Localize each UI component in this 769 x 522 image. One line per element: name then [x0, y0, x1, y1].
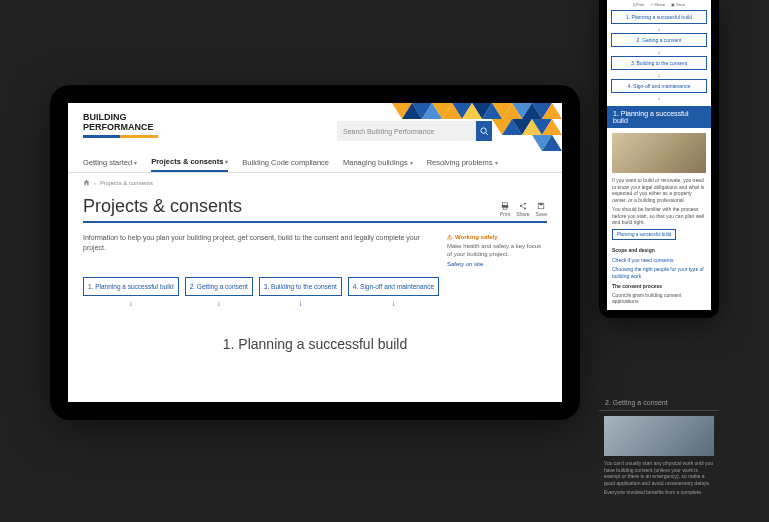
step-3[interactable]: 3. Building to the consent↓ — [259, 277, 342, 308]
nav-getting-started[interactable]: Getting started▾ — [83, 157, 137, 172]
search-placeholder: Search Building Performance — [343, 128, 434, 135]
m-section-1-title: 1. Planning a successful build — [607, 106, 711, 128]
print-button[interactable]: Print — [500, 202, 510, 217]
breadcrumb: › Projects & consents — [68, 173, 562, 192]
breadcrumb-current: Projects & consents — [100, 180, 153, 186]
share-icon — [519, 202, 527, 210]
arrow-down-icon: ↓ — [83, 299, 179, 308]
svg-point-31 — [524, 207, 526, 209]
main-row: Information to help you plan your buildi… — [83, 233, 547, 267]
intro-text: Information to help you plan your buildi… — [83, 233, 435, 267]
nav-projects-consents[interactable]: Projects & consents▾ — [151, 157, 228, 172]
svg-line-25 — [485, 132, 487, 134]
safety-link[interactable]: Safety on site — [447, 261, 547, 267]
svg-rect-35 — [540, 203, 543, 205]
arrow-down-icon: ↓ — [611, 95, 707, 101]
m-section-2-image — [604, 416, 714, 456]
m-save[interactable]: ▣ Save — [671, 2, 685, 7]
page-actions: Print Share Save — [500, 202, 547, 217]
chevron-down-icon: ▾ — [495, 159, 498, 166]
share-button[interactable]: Share — [516, 202, 529, 217]
logo-underline — [83, 135, 158, 138]
steps-row: 1. Planning a successful build↓ 2. Getti… — [83, 277, 547, 308]
svg-line-32 — [522, 204, 524, 206]
mobile-steps: ⎙ Print ⇗ Share ▣ Save 1. Planning a suc… — [607, 0, 711, 106]
safety-title: ⚠Working safely — [447, 233, 547, 240]
step-1[interactable]: 1. Planning a successful build↓ — [83, 277, 179, 308]
tablet-screen: BUILDING PERFORMANCE — [68, 103, 562, 402]
m-section-1-body: If you want to build or renovate, you ne… — [607, 128, 711, 310]
m-sec1-text: If you want to build or renovate, you ne… — [612, 177, 706, 203]
mobile-frame: ⎙ Print ⇗ Share ▣ Save 1. Planning a suc… — [599, 0, 719, 318]
chevron-down-icon: ▾ — [225, 158, 228, 165]
m-sec1-link2[interactable]: Choosing the right people for your type … — [612, 266, 706, 279]
arrow-down-icon: ↓ — [185, 299, 253, 308]
m-step-2[interactable]: 2. Getting a consent — [611, 33, 707, 47]
chevron-down-icon: ▾ — [134, 159, 137, 166]
mobile-overflow: 2. Getting a consent You can't usually s… — [599, 395, 719, 501]
nav-resolving-problems[interactable]: Resolving problems▾ — [427, 157, 498, 172]
arrow-down-icon: ↓ — [348, 299, 439, 308]
m-sec2-text2: Everyone involved benefits from a comple… — [604, 489, 714, 496]
content: Projects & consents Print Share Save Inf… — [68, 192, 562, 356]
m-step-1[interactable]: 1. Planning a successful build — [611, 10, 707, 24]
safety-text: Make health and safety a key focus of yo… — [447, 243, 547, 259]
m-section-2-title: 2. Getting a consent — [599, 395, 719, 411]
svg-rect-26 — [503, 203, 508, 205]
arrow-down-icon: ↓ — [259, 299, 342, 308]
m-sec1-sub1: Scope and design — [612, 247, 706, 254]
svg-line-33 — [522, 206, 524, 208]
save-button[interactable]: Save — [536, 202, 547, 217]
warning-icon: ⚠ — [447, 233, 452, 240]
nav-managing-buildings[interactable]: Managing buildings▾ — [343, 157, 413, 172]
breadcrumb-sep: › — [94, 180, 96, 186]
svg-point-30 — [520, 205, 522, 207]
home-icon[interactable] — [83, 179, 90, 186]
arrow-down-icon: ↓ — [611, 26, 707, 32]
svg-point-29 — [524, 203, 526, 205]
m-sec2-text: You can't usually start any physical wor… — [604, 460, 714, 486]
safety-sidebar: ⚠Working safely Make health and safety a… — [447, 233, 547, 267]
m-sec1-text3: Councils grant building consent applicat… — [612, 292, 706, 305]
save-icon — [537, 202, 545, 210]
m-sec1-text2: You should be familiar with the process … — [612, 206, 706, 226]
section-1-title: 1. Planning a successful build — [83, 336, 547, 352]
m-sec1-button[interactable]: Planning a successful build — [612, 229, 676, 241]
arrow-down-icon: ↓ — [611, 49, 707, 55]
search-input[interactable]: Search Building Performance — [337, 121, 492, 141]
arrow-down-icon: ↓ — [611, 72, 707, 78]
m-step-3[interactable]: 3. Building to the consent — [611, 56, 707, 70]
m-step-4[interactable]: 4. Sign-off and maintenance — [611, 79, 707, 93]
m-sec1-link1[interactable]: Check if you need consents — [612, 257, 706, 264]
page-title: Projects & consents — [83, 196, 242, 217]
m-print[interactable]: ⎙ Print — [633, 2, 644, 7]
m-section-1-image — [612, 133, 706, 173]
title-row: Projects & consents Print Share Save — [83, 196, 547, 223]
m-section-2-body: You can't usually start any physical wor… — [599, 411, 719, 501]
nav-building-code[interactable]: Building Code compliance — [242, 157, 329, 172]
m-share[interactable]: ⇗ Share — [650, 2, 665, 7]
chevron-down-icon: ▾ — [410, 159, 413, 166]
step-4[interactable]: 4. Sign-off and maintenance↓ — [348, 277, 439, 308]
search-button[interactable] — [476, 121, 492, 141]
mobile-screen: ⎙ Print ⇗ Share ▣ Save 1. Planning a suc… — [607, 0, 711, 310]
step-2[interactable]: 2. Getting a consent↓ — [185, 277, 253, 308]
main-nav: Getting started▾ Projects & consents▾ Bu… — [68, 153, 562, 173]
svg-point-24 — [480, 127, 485, 132]
tablet-frame: BUILDING PERFORMANCE — [50, 85, 580, 420]
print-icon — [501, 202, 509, 210]
header: BUILDING PERFORMANCE — [68, 103, 562, 153]
m-sec1-sub2: The consent process — [612, 283, 706, 290]
